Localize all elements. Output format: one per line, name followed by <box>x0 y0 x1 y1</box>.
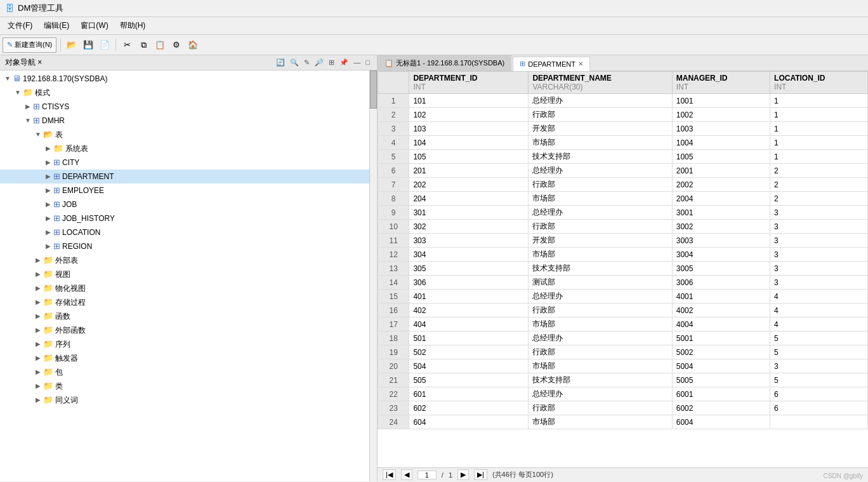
data-cell[interactable]: 604 <box>409 415 529 429</box>
data-grid-container[interactable]: DEPARTMENT_ID INT DEPARTMENT_NAME VARCHA… <box>378 71 868 467</box>
server-expander[interactable]: ▼ <box>3 72 13 85</box>
data-cell[interactable]: 204 <box>409 192 529 206</box>
data-cell[interactable]: 504 <box>409 359 529 373</box>
data-cell[interactable]: 6002 <box>672 401 770 415</box>
col-dept-name[interactable]: DEPARTMENT_NAME VARCHAR(30) <box>529 72 672 94</box>
dept-expander[interactable]: ▶ <box>43 170 53 183</box>
tree-sequences[interactable]: ▶ 📁 序列 <box>0 337 369 351</box>
table-row[interactable]: 16402行政部40024 <box>378 304 868 318</box>
tree-ext-functions[interactable]: ▶ 📁 外部函数 <box>0 323 369 337</box>
data-cell[interactable]: 行政部 <box>529 178 672 192</box>
data-cell[interactable]: 1001 <box>672 94 770 108</box>
syn-expander[interactable]: ▶ <box>33 394 43 406</box>
data-cell[interactable]: 404 <box>409 318 529 331</box>
paste-icon-btn[interactable]: 📋 <box>153 38 167 52</box>
data-cell[interactable]: 5004 <box>672 359 770 373</box>
job-expander[interactable]: ▶ <box>43 198 53 211</box>
data-cell[interactable]: 3 <box>770 206 868 220</box>
city-expander[interactable]: ▶ <box>43 156 53 169</box>
ext-func-expander[interactable]: ▶ <box>33 324 43 337</box>
data-cell[interactable]: 3005 <box>672 262 770 276</box>
data-cell[interactable]: 总经理办 <box>529 206 672 220</box>
tree-job[interactable]: ▶ ⊞ JOB <box>0 197 369 211</box>
panel-refresh-icon[interactable]: 🔄 <box>274 58 287 67</box>
data-cell[interactable]: 602 <box>409 401 529 415</box>
table-row[interactable]: 3103开发部10031 <box>378 122 868 136</box>
table-row[interactable]: 6201总经理办20012 <box>378 164 868 178</box>
panel-max-icon[interactable]: □ <box>364 58 372 67</box>
tree-region[interactable]: ▶ ⊞ REGION <box>0 239 369 253</box>
trig-expander[interactable]: ▶ <box>33 352 43 365</box>
table-row[interactable]: 7202行政部20022 <box>378 178 868 192</box>
data-cell[interactable]: 开发部 <box>529 234 672 248</box>
data-cell[interactable]: 401 <box>409 290 529 304</box>
data-cell[interactable]: 3 <box>770 262 868 276</box>
data-cell[interactable]: 4 <box>770 304 868 318</box>
data-cell[interactable]: 技术支持部 <box>529 150 672 164</box>
data-cell[interactable]: 行政部 <box>529 401 672 415</box>
data-cell[interactable] <box>770 415 868 429</box>
data-cell[interactable]: 104 <box>409 136 529 150</box>
data-cell[interactable]: 总经理办 <box>529 94 672 108</box>
data-cell[interactable]: 5005 <box>672 373 770 387</box>
data-cell[interactable]: 3001 <box>672 206 770 220</box>
tree-employee[interactable]: ▶ ⊞ EMPLOYEE <box>0 184 369 197</box>
data-cell[interactable]: 301 <box>409 206 529 220</box>
data-cell[interactable]: 1003 <box>672 122 770 136</box>
data-cell[interactable]: 4002 <box>672 304 770 318</box>
data-cell[interactable]: 4001 <box>672 290 770 304</box>
data-cell[interactable]: 305 <box>409 262 529 276</box>
table-row[interactable]: 23602行政部60026 <box>378 401 868 415</box>
data-cell[interactable]: 行政部 <box>529 220 672 234</box>
tree-mat-views[interactable]: ▶ 📁 物化视图 <box>0 281 369 295</box>
data-cell[interactable]: 6 <box>770 401 868 415</box>
next-page-btn[interactable]: ▶ <box>457 469 469 480</box>
data-cell[interactable]: 306 <box>409 276 529 290</box>
col-manager-id[interactable]: MANAGER_ID INT <box>672 72 770 94</box>
data-cell[interactable]: 市场部 <box>529 415 672 429</box>
tree-server[interactable]: ▼ 🖥 192.168.8.170(SYSDBA) <box>0 72 369 86</box>
data-cell[interactable]: 1 <box>770 122 868 136</box>
data-cell[interactable]: 3 <box>770 220 868 234</box>
tree-tables-group[interactable]: ▼ 📂 表 <box>0 128 369 142</box>
panel-edit-icon[interactable]: ✎ <box>302 58 312 67</box>
data-cell[interactable]: 1004 <box>672 136 770 150</box>
data-cell[interactable]: 市场部 <box>529 192 672 206</box>
data-cell[interactable]: 开发部 <box>529 122 672 136</box>
table-row[interactable]: 13305技术支持部30053 <box>378 262 868 276</box>
tree-external-tables[interactable]: ▶ 📁 外部表 <box>0 253 369 267</box>
menu-file[interactable]: 文件(F) <box>3 18 37 33</box>
data-cell[interactable]: 3004 <box>672 248 770 262</box>
data-cell[interactable]: 5001 <box>672 331 770 345</box>
func-expander[interactable]: ▶ <box>33 310 43 323</box>
data-cell[interactable]: 1 <box>770 150 868 164</box>
tree-city[interactable]: ▶ ⊞ CITY <box>0 156 369 170</box>
tree-job-history[interactable]: ▶ ⊞ JOB_HISTORY <box>0 211 369 225</box>
data-cell[interactable]: 市场部 <box>529 359 672 373</box>
tree-ctisys[interactable]: ▶ ⊞ CTISYS <box>0 100 369 114</box>
data-cell[interactable]: 304 <box>409 248 529 262</box>
schema-group-expander[interactable]: ▼ <box>13 86 23 99</box>
tree-packages[interactable]: ▶ 📁 包 <box>0 365 369 379</box>
tree-functions[interactable]: ▶ 📁 函数 <box>0 309 369 323</box>
tree-schema-group[interactable]: ▼ 📁 模式 <box>0 86 369 100</box>
table-row[interactable]: 22601总经理办60016 <box>378 387 868 401</box>
data-cell[interactable]: 1 <box>770 136 868 150</box>
data-cell[interactable]: 505 <box>409 373 529 387</box>
data-cell[interactable]: 2001 <box>672 164 770 178</box>
tree-classes[interactable]: ▶ 📁 类 <box>0 379 369 393</box>
table-row[interactable]: 12304市场部30043 <box>378 248 868 262</box>
menu-help[interactable]: 帮助(H) <box>115 18 151 33</box>
data-cell[interactable]: 5 <box>770 331 868 345</box>
dept-tab-close[interactable]: ✕ <box>578 60 583 67</box>
tab-department[interactable]: ⊞ DEPARTMENT ✕ <box>513 57 590 71</box>
data-cell[interactable]: 3006 <box>672 276 770 290</box>
data-cell[interactable]: 市场部 <box>529 318 672 331</box>
table-row[interactable]: 21505技术支持部50055 <box>378 373 868 387</box>
save2-icon-btn[interactable]: 📄 <box>98 38 112 52</box>
scrollbar-thumb[interactable] <box>370 70 377 109</box>
table-row[interactable]: 2102行政部10021 <box>378 108 868 122</box>
data-cell[interactable]: 302 <box>409 220 529 234</box>
tree-procedures[interactable]: ▶ 📁 存储过程 <box>0 295 369 309</box>
data-cell[interactable]: 3 <box>770 359 868 373</box>
